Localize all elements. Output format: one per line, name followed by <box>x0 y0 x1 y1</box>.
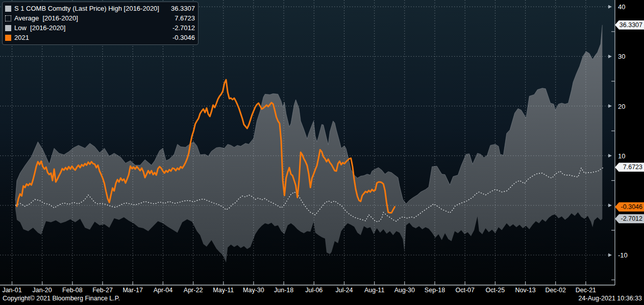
x-axis-label: Jul-24 <box>335 287 353 294</box>
x-axis-label: Jun-18 <box>274 287 293 294</box>
x-axis-label: Oct-07 <box>455 287 475 294</box>
legend-row[interactable]: Average [2016-2020]7.6723 <box>5 13 195 23</box>
x-axis-label: Feb-08 <box>62 287 83 294</box>
y-axis-label: 30 <box>618 53 625 60</box>
legend-row[interactable]: 2021-0.3046 <box>5 33 195 42</box>
legend-row[interactable]: Low [2016-2020]-2.7012 <box>5 23 195 33</box>
copyright-text: Copyright© 2021 Bloomberg Finance L.P. <box>3 295 120 302</box>
x-axis-label: Dec-21 <box>576 287 596 294</box>
last-value-tag: 36.3307 <box>615 20 644 30</box>
x-axis-label: Aug-11 <box>364 287 384 294</box>
legend-swatch-gray-icon <box>5 6 11 12</box>
y-axis-label: 10 <box>618 152 625 159</box>
legend-series-label: 2021 <box>14 34 29 41</box>
legend-swatch-gray-icon <box>5 25 11 31</box>
x-axis-label: Nov-13 <box>515 287 535 294</box>
x-axis-label: May-11 <box>213 287 234 294</box>
x-axis-label: Jan-20 <box>33 287 52 294</box>
x-axis-label: Jul-06 <box>305 287 323 294</box>
timestamp-text: 24-Aug-2021 10:36:33 <box>579 295 642 302</box>
last-value-tag: -2.7012 <box>615 214 644 223</box>
y-axis-label: 20 <box>618 102 625 110</box>
last-value-tag: -0.3046 <box>615 202 644 212</box>
footer-bar: Copyright© 2021 Bloomberg Finance L.P. 2… <box>0 295 644 305</box>
legend-row[interactable]: S 1 COMB Comdty (Last Price) High [2016-… <box>5 4 195 13</box>
x-axis-label: Dec-02 <box>546 287 566 294</box>
legend-swatch-dotted-icon <box>5 15 11 21</box>
legend-series-label: Average [2016-2020] <box>14 14 78 22</box>
legend-series-value: 7.6723 <box>175 14 195 22</box>
legend-series-label: Low [2016-2020] <box>14 24 65 32</box>
x-axis-label: May-30 <box>243 287 264 294</box>
x-axis-label: Apr-22 <box>184 287 203 294</box>
y-axis-label: -10 <box>618 251 628 259</box>
x-axis-label: Aug-30 <box>394 287 415 294</box>
legend-series-value: -2.7012 <box>172 24 195 32</box>
x-axis-label: Sep-18 <box>425 287 445 294</box>
legend-series-value: -0.3046 <box>172 34 195 41</box>
legend-box: S 1 COMB Comdty (Last Price) High [2016-… <box>2 2 199 45</box>
x-axis-label: Jan-01 <box>2 287 21 294</box>
bloomberg-chart-window: S 1 COMB Comdty (Last Price) High [2016-… <box>0 0 644 305</box>
legend-series-label: S 1 COMB Comdty (Last Price) High [2016-… <box>14 5 159 12</box>
x-axis-label: Feb-27 <box>92 287 113 294</box>
legend-swatch-orange-icon <box>5 35 11 41</box>
legend-series-value: 36.3307 <box>171 5 195 12</box>
seasonality-chart-plot[interactable] <box>0 0 644 305</box>
x-axis-label: Apr-04 <box>154 287 173 294</box>
y-axis-label: 40 <box>618 3 625 11</box>
x-axis-label: Oct-25 <box>486 287 505 294</box>
x-axis-label: Mar-17 <box>122 287 143 294</box>
last-value-tag: 7.6723 <box>615 162 644 172</box>
